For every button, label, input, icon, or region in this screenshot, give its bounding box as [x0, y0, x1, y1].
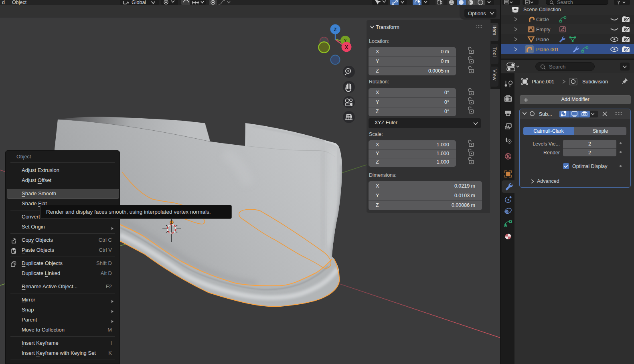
- svg-text:X: X: [345, 44, 348, 50]
- svg-text:Z: Z: [334, 27, 336, 32]
